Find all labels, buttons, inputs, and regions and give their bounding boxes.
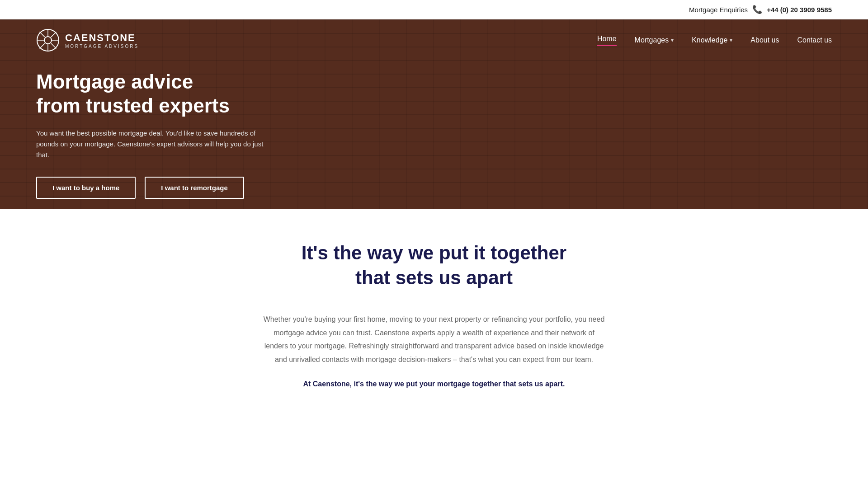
nav-menu: Home Mortgages ▾ Knowledge ▾ About us Co… bbox=[597, 35, 832, 46]
nav-item-about[interactable]: About us bbox=[750, 36, 779, 44]
phone-icon: 📞 bbox=[752, 5, 762, 14]
svg-point-1 bbox=[44, 37, 52, 44]
hero-content: Mortgage advice from trusted experts You… bbox=[0, 61, 868, 199]
buy-home-button[interactable]: I want to buy a home bbox=[36, 177, 136, 199]
logo-name: CAENSTONE bbox=[65, 32, 139, 44]
nav-link-about[interactable]: About us bbox=[750, 36, 779, 44]
nav-link-knowledge[interactable]: Knowledge ▾ bbox=[692, 36, 732, 44]
nav-link-home[interactable]: Home bbox=[597, 35, 617, 46]
nav-item-mortgages[interactable]: Mortgages ▾ bbox=[635, 36, 674, 44]
main-section: It's the way we put it together that set… bbox=[0, 209, 868, 420]
logo-icon bbox=[36, 28, 60, 52]
svg-line-7 bbox=[51, 43, 56, 48]
svg-line-9 bbox=[40, 43, 45, 48]
nav-link-mortgages[interactable]: Mortgages ▾ bbox=[635, 36, 674, 44]
phone-number[interactable]: +44 (0) 20 3909 9585 bbox=[767, 6, 832, 14]
nav-item-home[interactable]: Home bbox=[597, 35, 617, 46]
logo[interactable]: CAENSTONE MORTGAGE ADVISORS bbox=[36, 28, 139, 52]
svg-line-6 bbox=[40, 32, 45, 37]
knowledge-chevron-icon: ▾ bbox=[730, 37, 732, 43]
nav-item-knowledge[interactable]: Knowledge ▾ bbox=[692, 36, 732, 44]
nav-link-contact[interactable]: Contact us bbox=[797, 36, 832, 44]
hero-title: Mortgage advice from trusted experts bbox=[36, 70, 832, 118]
section-tagline: At Caenstone, it's the way we put your m… bbox=[262, 380, 606, 388]
section-title: It's the way we put it together that set… bbox=[90, 241, 778, 290]
top-bar: Mortgage Enquiries 📞 +44 (0) 20 3909 958… bbox=[0, 0, 868, 19]
section-body-text: Whether you're buying your first home, m… bbox=[262, 313, 606, 366]
mortgages-chevron-icon: ▾ bbox=[671, 37, 674, 43]
logo-subtitle: MORTGAGE ADVISORS bbox=[65, 44, 139, 49]
svg-line-8 bbox=[51, 32, 56, 37]
nav-item-contact[interactable]: Contact us bbox=[797, 36, 832, 44]
navbar: CAENSTONE MORTGAGE ADVISORS Home Mortgag… bbox=[0, 19, 868, 61]
hero-buttons: I want to buy a home I want to remortgag… bbox=[36, 177, 832, 199]
hero-description: You want the best possible mortgage deal… bbox=[36, 128, 271, 160]
enquiries-label: Mortgage Enquiries bbox=[689, 6, 748, 14]
remortgage-button[interactable]: I want to remortgage bbox=[145, 177, 244, 199]
hero-section: CAENSTONE MORTGAGE ADVISORS Home Mortgag… bbox=[0, 19, 868, 209]
